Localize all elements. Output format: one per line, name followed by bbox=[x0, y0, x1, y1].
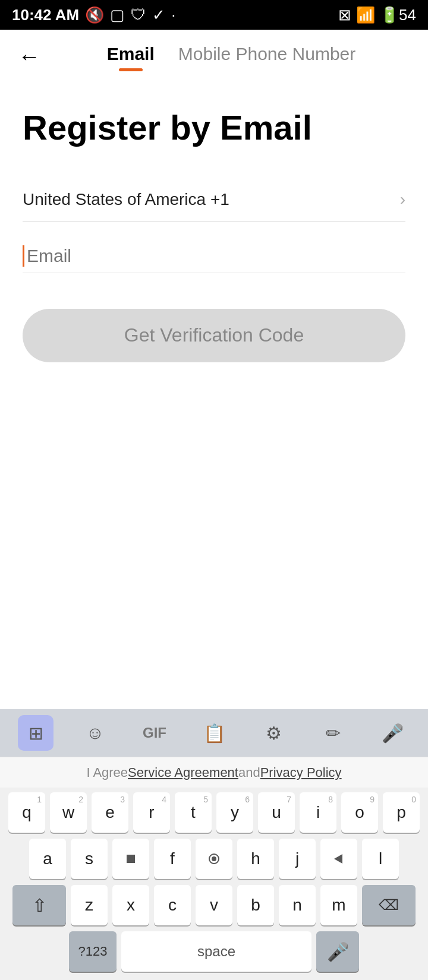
keyboard-keys: 1q 2w 3e 4r 5t 6y 7u 8i 9o 0p a s f bbox=[0, 788, 428, 980]
keyboard-mic-button[interactable]: 🎤 bbox=[374, 715, 410, 751]
check-icon: ✓ bbox=[152, 6, 165, 24]
nav-tabs: Email Mobile Phone Number bbox=[52, 44, 410, 69]
square-icon bbox=[125, 853, 137, 865]
svg-rect-0 bbox=[127, 855, 135, 863]
key-i[interactable]: 8i bbox=[300, 792, 336, 833]
chevron-right-icon: › bbox=[400, 190, 405, 209]
keyboard-area: ⊞ ☺ GIF 📋 ⚙ ✏ 🎤 I Agree Service Agreemen… bbox=[0, 709, 428, 980]
tab-email[interactable]: Email bbox=[107, 44, 155, 69]
svg-point-2 bbox=[212, 856, 216, 861]
symbols-key[interactable]: ?123 bbox=[69, 931, 117, 972]
key-x[interactable]: x bbox=[112, 885, 149, 925]
key-t[interactable]: 5t bbox=[175, 792, 212, 833]
privacy-policy-link[interactable]: Privacy Policy bbox=[260, 765, 342, 780]
mute-icon: 🔇 bbox=[85, 6, 104, 24]
terms-bar: I Agree Service Agreement and Privacy Po… bbox=[0, 757, 428, 788]
key-y[interactable]: 6y bbox=[216, 792, 253, 833]
status-icon-1: ▢ bbox=[110, 6, 125, 24]
keyboard-settings-button[interactable]: ⚙ bbox=[256, 715, 291, 751]
keyboard-gif-button[interactable]: GIF bbox=[137, 715, 172, 751]
battery-icon: 🔋54 bbox=[380, 6, 416, 24]
key-k[interactable] bbox=[320, 839, 357, 879]
key-b[interactable]: b bbox=[237, 885, 274, 925]
text-cursor bbox=[23, 245, 24, 267]
status-bar: 10:42 AM 🔇 ▢ 🛡 ✓ · ⊠ 📶 🔋54 bbox=[0, 0, 428, 30]
key-e[interactable]: 3e bbox=[92, 792, 128, 833]
wifi-icon: 📶 bbox=[356, 6, 375, 24]
key-q[interactable]: 1q bbox=[8, 792, 45, 833]
key-s[interactable]: s bbox=[71, 839, 108, 879]
country-value: United States of America +1 bbox=[23, 190, 229, 209]
emoji-icon: ☺ bbox=[86, 723, 105, 743]
key-p[interactable]: 0p bbox=[383, 792, 420, 833]
key-z[interactable]: z bbox=[71, 885, 108, 925]
draw-icon: ✏ bbox=[326, 723, 341, 744]
backspace-key[interactable]: ⌫ bbox=[362, 885, 416, 925]
key-m[interactable]: m bbox=[320, 885, 357, 925]
space-key[interactable]: space bbox=[121, 931, 311, 972]
key-u[interactable]: 7u bbox=[258, 792, 295, 833]
key-v[interactable]: v bbox=[196, 885, 232, 925]
svg-marker-3 bbox=[334, 854, 342, 864]
tab-phone[interactable]: Mobile Phone Number bbox=[178, 44, 356, 69]
clipboard-icon: 📋 bbox=[203, 723, 225, 744]
get-verification-code-button[interactable]: Get Verification Code bbox=[23, 309, 405, 362]
gif-label: GIF bbox=[143, 725, 166, 741]
key-h[interactable]: h bbox=[237, 839, 274, 879]
country-selector[interactable]: United States of America +1 › bbox=[23, 178, 405, 222]
key-row-bottom: ?123 space 🎤 bbox=[2, 931, 426, 972]
key-row-1: 1q 2w 3e 4r 5t 6y 7u 8i 9o 0p bbox=[2, 792, 426, 833]
record-icon bbox=[207, 852, 221, 865]
key-row-2: a s f h j l bbox=[2, 839, 426, 879]
key-w[interactable]: 2w bbox=[50, 792, 87, 833]
status-time: 10:42 AM bbox=[12, 6, 79, 24]
back-button[interactable]: ← bbox=[18, 44, 40, 69]
shield-icon: 🛡 bbox=[131, 6, 146, 24]
key-o[interactable]: 9o bbox=[341, 792, 378, 833]
terms-and: and bbox=[238, 765, 260, 780]
key-l[interactable]: l bbox=[362, 839, 399, 879]
mic-icon: 🎤 bbox=[382, 723, 404, 744]
keyboard-toolbar: ⊞ ☺ GIF 📋 ⚙ ✏ 🎤 bbox=[0, 709, 428, 757]
nav-header: ← Email Mobile Phone Number bbox=[0, 30, 428, 83]
dot-icon: · bbox=[171, 6, 175, 24]
shift-key[interactable]: ⇧ bbox=[12, 885, 66, 925]
main-content: Register by Email United States of Ameri… bbox=[0, 83, 428, 386]
key-a[interactable]: a bbox=[29, 839, 66, 879]
service-agreement-link[interactable]: Service Agreement bbox=[128, 765, 238, 780]
keyboard-draw-button[interactable]: ✏ bbox=[315, 715, 351, 751]
keyboard-clipboard-button[interactable]: 📋 bbox=[196, 715, 232, 751]
grid-icon: ⊞ bbox=[29, 723, 43, 744]
key-g[interactable] bbox=[196, 839, 232, 879]
key-f[interactable]: f bbox=[154, 839, 191, 879]
key-row-3: ⇧ z x c v b n m ⌫ bbox=[2, 885, 426, 925]
key-r[interactable]: 4r bbox=[133, 792, 170, 833]
email-input-container[interactable] bbox=[23, 239, 405, 273]
settings-icon: ⚙ bbox=[266, 723, 282, 744]
terms-prefix: I Agree bbox=[86, 765, 128, 780]
key-j[interactable]: j bbox=[279, 839, 316, 879]
status-left: 10:42 AM 🔇 ▢ 🛡 ✓ · bbox=[12, 6, 175, 24]
status-right: ⊠ 📶 🔋54 bbox=[338, 6, 416, 24]
keyboard-mic-key[interactable]: 🎤 bbox=[316, 931, 359, 972]
page-title: Register by Email bbox=[23, 107, 405, 148]
sim-icon: ⊠ bbox=[338, 6, 351, 24]
key-c[interactable]: c bbox=[154, 885, 191, 925]
play-left-icon bbox=[333, 853, 345, 865]
key-n[interactable]: n bbox=[279, 885, 316, 925]
keyboard-emoji-button[interactable]: ☺ bbox=[77, 715, 113, 751]
key-d[interactable] bbox=[112, 839, 149, 879]
email-field[interactable] bbox=[27, 246, 405, 266]
keyboard-grid-button[interactable]: ⊞ bbox=[18, 715, 54, 751]
